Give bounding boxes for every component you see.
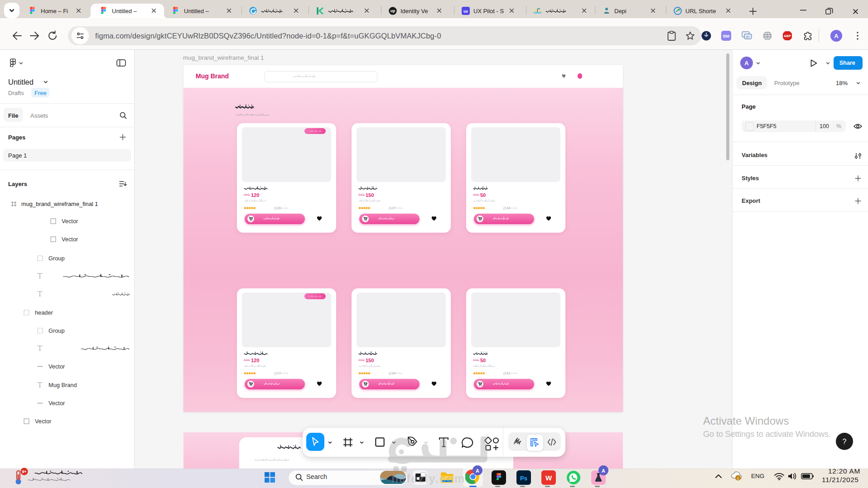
svg-text:!: !: [737, 476, 738, 481]
svg-text:?: ?: [843, 438, 847, 445]
svg-text:BM: BM: [723, 34, 729, 38]
svg-text:up: up: [391, 9, 395, 13]
svg-text:A: A: [834, 33, 839, 39]
svg-text:W: W: [545, 474, 552, 482]
svg-text:ABP: ABP: [784, 34, 791, 38]
svg-text:A: A: [744, 60, 749, 67]
svg-text:Ps: Ps: [520, 475, 527, 482]
svg-text:ux: ux: [463, 9, 468, 14]
svg-text:A: A: [602, 468, 605, 474]
svg-text:9+: 9+: [22, 469, 26, 474]
